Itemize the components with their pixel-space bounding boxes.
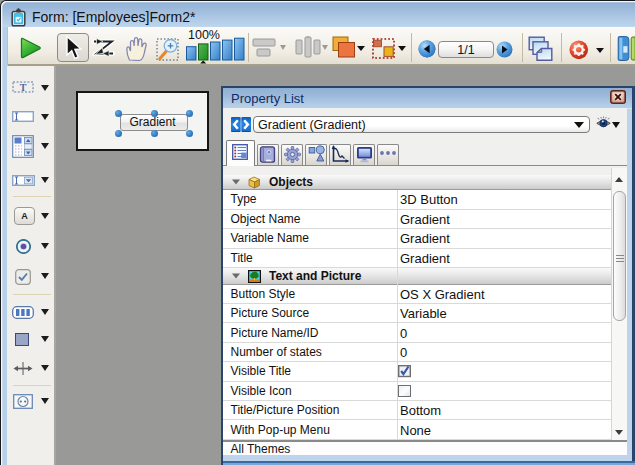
svg-text:T: T: [20, 82, 27, 93]
